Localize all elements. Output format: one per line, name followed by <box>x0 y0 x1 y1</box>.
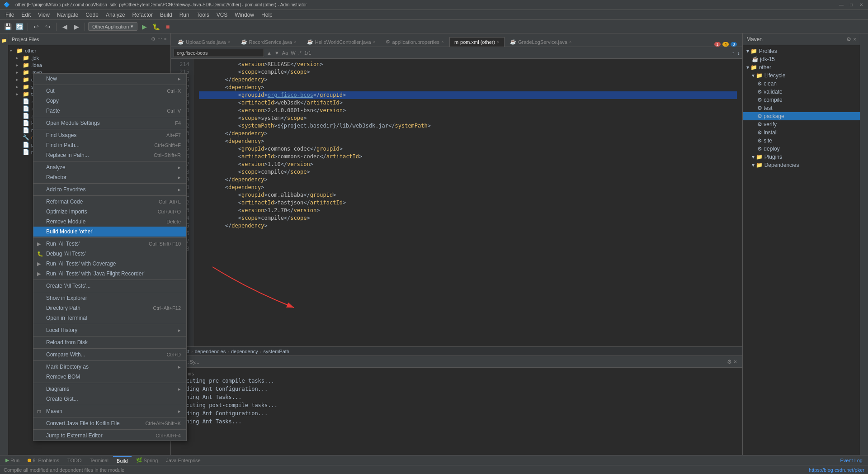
ctx-build-module[interactable]: Build Module 'other' <box>33 227 186 237</box>
sync-button[interactable]: 🔄 <box>14 22 24 32</box>
menu-edit[interactable]: Edit <box>18 11 34 19</box>
maven-lifecycle[interactable]: ▾ 📁 Lifecycle <box>743 71 860 80</box>
maven-jdk15[interactable]: ☕ jdk-15 <box>743 55 860 63</box>
menu-help[interactable]: Help <box>258 11 276 19</box>
ctx-run-flight[interactable]: ▶ Run 'All Tests' with 'Java Flight Reco… <box>33 269 186 279</box>
ctx-convert-kotlin[interactable]: Convert Java File to Kotlin File Ctrl+Al… <box>33 418 186 428</box>
ctx-directory-path[interactable]: Directory Path Ctrl+Alt+F12 <box>33 303 186 313</box>
maven-clean[interactable]: ⚙ clean <box>743 80 860 88</box>
problems-tab[interactable]: 6: Problems <box>24 457 63 464</box>
todo-tab[interactable]: TODO <box>64 457 85 464</box>
maven-verify[interactable]: ⚙ verify <box>743 120 860 128</box>
maven-test[interactable]: ⚙ test <box>743 104 860 112</box>
ctx-run-all-tests[interactable]: ▶ Run 'All Tests' Ctrl+Shift+F10 <box>33 239 186 249</box>
ctx-compare[interactable]: Compare With... Ctrl+D <box>33 350 186 360</box>
tree-root[interactable]: ▾ 📁 other <box>8 47 170 54</box>
forward-button[interactable]: ▶ <box>71 22 81 32</box>
menu-run[interactable]: Run <box>176 11 193 19</box>
ctx-maven[interactable]: m Maven ▸ <box>33 406 186 416</box>
ctx-diagrams[interactable]: Diagrams ▸ <box>33 384 186 394</box>
menu-tools[interactable]: Tools <box>193 11 213 19</box>
tree-item-idea[interactable]: ▸📁.idea <box>8 62 170 69</box>
maven-other[interactable]: ▾ 📁 other <box>743 63 860 71</box>
ctx-remove-bom[interactable]: Remove BOM <box>33 372 186 382</box>
ctx-new[interactable]: New ▸ <box>33 74 186 84</box>
undo-button[interactable]: ↩ <box>31 22 41 32</box>
ctx-show-explorer[interactable]: Show in Explorer <box>33 293 186 303</box>
maximize-button[interactable]: □ <box>848 2 854 8</box>
minimize-button[interactable]: — <box>838 2 844 8</box>
ctx-remove-module[interactable]: Remove Module Delete <box>33 217 186 227</box>
run-tab[interactable]: ▶ Run <box>2 456 23 464</box>
build-settings-icon[interactable]: ⚙ <box>727 359 732 365</box>
tab-app-properties[interactable]: ⚙ application.properties × <box>381 37 448 47</box>
maven-settings-icon[interactable]: ⚙ <box>846 36 851 43</box>
ctx-create-tests[interactable]: Create 'All Tests'... <box>33 281 186 291</box>
spring-tab[interactable]: 🌿 Spring <box>132 456 162 464</box>
ctx-create-gist[interactable]: Create Gist... <box>33 394 186 404</box>
menu-file[interactable]: File <box>2 11 18 19</box>
menu-view[interactable]: View <box>34 11 53 19</box>
ctx-find-in-path[interactable]: Find in Path... Ctrl+Shift+F <box>33 140 186 150</box>
maven-plugins[interactable]: ▾ 📁 Plugins <box>743 153 860 161</box>
breadcrumb-system-path[interactable]: systemPath <box>264 349 289 354</box>
event-log-tab[interactable]: Event Log <box>836 457 866 464</box>
save-button[interactable]: 💾 <box>3 22 13 32</box>
menu-build[interactable]: Build <box>156 11 176 19</box>
debug-button[interactable]: 🐛 <box>151 22 161 32</box>
back-button[interactable]: ◀ <box>60 22 70 32</box>
next-match-button[interactable]: ▼ <box>274 50 279 56</box>
project-icon[interactable]: 📁 <box>0 35 9 45</box>
match-case-button[interactable]: Aa <box>282 50 288 56</box>
menu-window[interactable]: Window <box>231 11 258 19</box>
gear-icon[interactable]: ⋯ <box>157 36 162 42</box>
menu-refactor[interactable]: Refactor <box>129 11 156 19</box>
settings-icon[interactable]: ⚙ <box>151 36 156 42</box>
run-button[interactable]: ▶ <box>139 22 149 32</box>
terminal-tab[interactable]: Terminal <box>86 457 112 464</box>
scroll-up-btn[interactable]: ↑ <box>732 50 735 56</box>
ctx-optimize-imports[interactable]: Optimize Imports Ctrl+Alt+O <box>33 207 186 217</box>
ctx-copy[interactable]: Copy <box>33 96 186 106</box>
build-tab[interactable]: Build <box>113 456 131 465</box>
menu-code[interactable]: Code <box>82 11 102 19</box>
maven-site[interactable]: ⚙ site <box>743 137 860 145</box>
ctx-run-coverage[interactable]: ▶ Run 'All Tests' with Coverage <box>33 259 186 269</box>
close-button[interactable]: ✕ <box>858 2 864 8</box>
breadcrumb-dependency[interactable]: dependency <box>231 349 258 354</box>
ctx-debug-all-tests[interactable]: 🐛 Debug 'All Tests' <box>33 249 186 259</box>
tab-hello-world[interactable]: ☕ HelloWorldController.java × <box>302 37 381 47</box>
ctx-jump-external[interactable]: Jump to External Editor Ctrl+Alt+F4 <box>33 431 186 441</box>
ctx-add-favorites[interactable]: Add to Favorites ▸ <box>33 185 186 194</box>
tab-upload-grade[interactable]: ☕ UploadGrade.java × <box>173 37 236 47</box>
menu-navigate[interactable]: Navigate <box>53 11 82 19</box>
tab-pom-xml[interactable]: m pom.xml (other) × <box>449 37 505 47</box>
ctx-open-module[interactable]: Open Module Settings F4 <box>33 118 186 128</box>
regex-button[interactable]: .* <box>298 50 302 56</box>
search-input[interactable] <box>174 49 264 57</box>
ctx-analyze[interactable]: Analyze ▸ <box>33 162 186 172</box>
java-enterprise-tab[interactable]: Java Enterprise <box>162 457 204 464</box>
ctx-refactor[interactable]: Refactor ▸ <box>33 172 186 182</box>
ctx-reload[interactable]: Reload from Disk <box>33 337 186 347</box>
redo-button[interactable]: ↪ <box>43 22 53 32</box>
prev-match-button[interactable]: ▲ <box>267 50 272 56</box>
ctx-replace-in-path[interactable]: Replace in Path... Ctrl+Shift+R <box>33 150 186 160</box>
ctx-find-usages[interactable]: Find Usages Alt+F7 <box>33 130 186 140</box>
tree-item-jdk[interactable]: ▸📁.jdk <box>8 54 170 62</box>
maven-install[interactable]: ⚙ install <box>743 128 860 137</box>
ctx-mark-dir[interactable]: Mark Directory as ▸ <box>33 362 186 372</box>
breadcrumb-dependencies[interactable]: dependencies <box>195 349 226 354</box>
tab-record-service[interactable]: ☕ RecordService.java × <box>236 37 302 47</box>
ctx-reformat[interactable]: Reformat Code Ctrl+Alt+L <box>33 197 186 207</box>
stop-button[interactable]: ■ <box>163 22 173 32</box>
ctx-open-terminal[interactable]: Open in Terminal <box>33 313 186 323</box>
code-editor[interactable]: <version>RELEASE</version> <scope>compil… <box>193 59 742 346</box>
maven-package[interactable]: ⚙ package <box>743 112 860 120</box>
ctx-local-history[interactable]: Local History ▸ <box>33 325 186 335</box>
tab-grade-log[interactable]: ☕ GradeLogService.java × <box>505 37 577 47</box>
maven-profiles[interactable]: ▾ 📁 Profiles <box>743 47 860 55</box>
maven-compile[interactable]: ⚙ compile <box>743 96 860 104</box>
menu-analyze[interactable]: Analyze <box>102 11 129 19</box>
maven-deploy[interactable]: ⚙ deploy <box>743 145 860 153</box>
